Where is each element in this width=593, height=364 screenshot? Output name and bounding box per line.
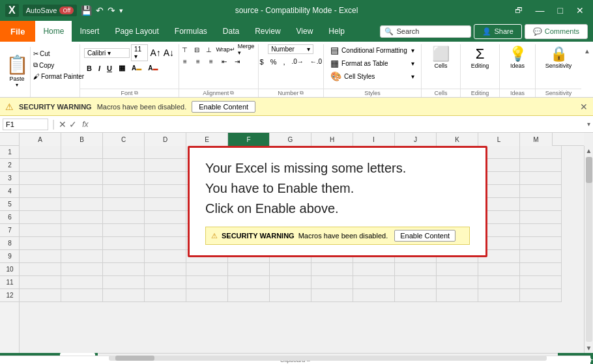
cell-e10[interactable] <box>186 263 228 276</box>
row-header-10[interactable]: 10 <box>0 263 20 276</box>
cell-a1[interactable] <box>20 146 61 159</box>
tab-file[interactable]: File <box>0 21 35 42</box>
increase-font-icon[interactable]: A↑ <box>149 48 161 58</box>
row-header-8[interactable]: 8 <box>0 237 20 250</box>
row-header-5[interactable]: 5 <box>0 198 20 211</box>
cell-m12[interactable] <box>520 289 562 302</box>
collapse-ribbon-button[interactable]: ▲ <box>581 44 593 57</box>
border-button[interactable]: ▦ <box>116 63 128 74</box>
enable-content-button[interactable]: Enable Content <box>192 101 255 113</box>
cell-b5[interactable] <box>61 198 103 211</box>
cell-b7[interactable] <box>61 224 103 237</box>
cell-d11[interactable] <box>145 276 186 289</box>
undo-icon[interactable]: ↶ <box>96 5 104 16</box>
col-header-g[interactable]: G <box>270 133 311 146</box>
row-header-11[interactable]: 11 <box>0 276 20 289</box>
scroll-track[interactable] <box>586 157 592 342</box>
tab-review[interactable]: Review <box>247 21 288 42</box>
row-header-6[interactable]: 6 <box>0 211 20 224</box>
formula-confirm-button[interactable]: ✓ <box>69 119 77 130</box>
maximize-button[interactable]: □ <box>554 5 567 16</box>
cell-b12[interactable] <box>61 289 103 302</box>
cell-l10[interactable] <box>478 263 520 276</box>
right-align-button[interactable]: ≡ <box>205 56 217 66</box>
conditional-formatting-button[interactable]: ▤ Conditional Formatting ▾ <box>328 44 417 56</box>
wrap-text-button[interactable]: Wrap↵ <box>215 44 235 55</box>
comma-button[interactable]: , <box>280 57 287 67</box>
save-icon[interactable]: 💾 <box>81 5 92 16</box>
cell-d8[interactable] <box>145 237 186 250</box>
cell-k12[interactable] <box>437 289 478 302</box>
cell-d5[interactable] <box>145 198 186 211</box>
editing-button[interactable]: Σ Editing <box>467 44 493 70</box>
cell-d2[interactable] <box>145 159 186 172</box>
ft-dropdown-icon[interactable]: ▾ <box>411 60 414 67</box>
cell-m2[interactable] <box>520 159 562 172</box>
cell-j11[interactable] <box>395 276 437 289</box>
redo-icon[interactable]: ↷ <box>108 5 115 16</box>
cell-k11[interactable] <box>437 276 478 289</box>
cell-c9[interactable] <box>103 250 145 263</box>
cell-g10[interactable] <box>270 263 311 276</box>
font-size-dropdown[interactable]: 11 ▾ <box>131 44 148 61</box>
cell-i10[interactable] <box>353 263 395 276</box>
cell-a6[interactable] <box>20 211 61 224</box>
col-header-d[interactable]: D <box>145 133 186 146</box>
cell-m1[interactable] <box>520 146 562 159</box>
cell-k10[interactable] <box>437 263 478 276</box>
cell-a4[interactable] <box>20 185 61 198</box>
cell-a10[interactable] <box>20 263 61 276</box>
cell-c6[interactable] <box>103 211 145 224</box>
percent-button[interactable]: % <box>268 57 280 67</box>
cell-m5[interactable] <box>520 198 562 211</box>
ideas-button[interactable]: 💡 Ideas <box>504 44 530 70</box>
cell-b10[interactable] <box>61 263 103 276</box>
cell-d10[interactable] <box>145 263 186 276</box>
cell-h12[interactable] <box>311 289 353 302</box>
autosave-button[interactable]: Off <box>59 7 74 14</box>
col-header-e[interactable]: E <box>186 133 228 146</box>
scroll-down-button[interactable]: ▼ <box>585 343 593 353</box>
format-as-table-button[interactable]: ▦ Format as Table ▾ <box>328 57 417 69</box>
tab-data[interactable]: Data <box>215 21 247 42</box>
col-header-l[interactable]: L <box>478 133 520 146</box>
cell-i12[interactable] <box>353 289 395 302</box>
formula-fx-button[interactable]: fx <box>80 120 91 129</box>
increase-indent-button[interactable]: ⇥ <box>231 56 243 66</box>
cell-j10[interactable] <box>395 263 437 276</box>
currency-button[interactable]: $ <box>257 57 267 67</box>
alignment-expand-icon[interactable]: ⧉ <box>230 90 234 96</box>
cell-e12[interactable] <box>186 289 228 302</box>
cell-c4[interactable] <box>103 185 145 198</box>
col-header-f[interactable]: F <box>228 133 270 146</box>
cell-a12[interactable] <box>20 289 61 302</box>
fraud-enable-button[interactable]: Enable Content <box>394 230 456 242</box>
quick-access-more[interactable]: ▾ <box>119 7 123 15</box>
cell-e11[interactable] <box>186 276 228 289</box>
cell-c1[interactable] <box>103 146 145 159</box>
cell-b6[interactable] <box>61 211 103 224</box>
minimize-button[interactable]: — <box>532 5 549 16</box>
cell-d9[interactable] <box>145 250 186 263</box>
formula-cancel-button[interactable]: ✕ <box>59 119 66 130</box>
cell-d3[interactable] <box>145 172 186 185</box>
col-header-c[interactable]: C <box>103 133 145 146</box>
cell-a11[interactable] <box>20 276 61 289</box>
format-painter-button[interactable]: 🖌 Format Painter <box>32 72 85 81</box>
copy-button[interactable]: ⧉ Copy <box>32 61 85 70</box>
cell-d6[interactable] <box>145 211 186 224</box>
cell-l12[interactable] <box>478 289 520 302</box>
row-header-4[interactable]: 4 <box>0 185 20 198</box>
cell-m4[interactable] <box>520 185 562 198</box>
cell-d12[interactable] <box>145 289 186 302</box>
cell-a3[interactable] <box>20 172 61 185</box>
cell-m10[interactable] <box>520 263 562 276</box>
cell-c8[interactable] <box>103 237 145 250</box>
row-header-3[interactable]: 3 <box>0 172 20 185</box>
tab-page-layout[interactable]: Page Layout <box>107 21 166 42</box>
cell-a8[interactable] <box>20 237 61 250</box>
cell-m6[interactable] <box>520 211 562 224</box>
middle-align-button[interactable]: ⊟ <box>191 44 202 55</box>
cell-i11[interactable] <box>353 276 395 289</box>
cell-b3[interactable] <box>61 172 103 185</box>
